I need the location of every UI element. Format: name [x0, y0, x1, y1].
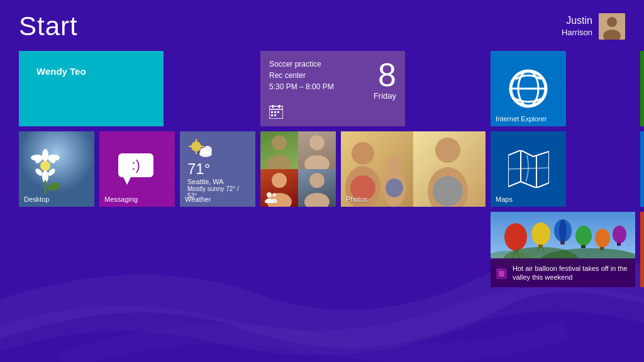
svg-rect-38 [260, 131, 298, 169]
calendar-icon [269, 105, 283, 119]
svg-point-50 [272, 193, 276, 197]
svg-point-62 [433, 176, 463, 206]
ie-label: Internet Explorer [496, 115, 547, 123]
weather-label: Weather [185, 195, 211, 203]
calendar-event: Soccer practice [269, 58, 334, 70]
col-2: Soccer practice Rec center 5:30 PM – 8:0… [260, 51, 486, 287]
svg-point-83 [575, 226, 592, 246]
tile-calendar[interactable]: Soccer practice Rec center 5:30 PM – 8:0… [260, 51, 405, 126]
people-icon [264, 192, 278, 203]
svg-rect-84 [581, 245, 586, 248]
people-photo-4 [298, 169, 336, 207]
tile-messaging[interactable]: :) Messaging [99, 131, 175, 207]
svg-point-46 [309, 173, 325, 188]
weather-temp: 71° [187, 160, 248, 178]
user-profile[interactable]: Justin Harrison [562, 13, 625, 40]
tile-ie[interactable]: Internet Explorer [491, 51, 566, 126]
col-4: Store SkyDrive Music [640, 51, 644, 287]
svg-point-56 [387, 155, 402, 170]
news-headline: Hot air balloon festival takes off in th… [513, 264, 630, 282]
svg-rect-31 [274, 111, 276, 113]
tile-maps[interactable]: Maps [491, 131, 566, 207]
svg-point-58 [435, 138, 460, 163]
photos-label: Photos [346, 195, 367, 203]
svg-rect-88 [617, 243, 621, 246]
weather-icon-row [187, 138, 248, 158]
weather-icon [187, 138, 213, 158]
tile-people[interactable] [260, 131, 336, 207]
svg-point-51 [271, 199, 277, 203]
svg-rect-33 [271, 114, 273, 116]
calendar-time: 5:30 PM – 8:00 PM [269, 81, 334, 92]
maps-icon [508, 150, 549, 188]
ie-icon [506, 67, 550, 111]
people-photo-2 [298, 131, 336, 169]
messaging-icon: :) [118, 153, 156, 185]
calendar-date: 8 [374, 58, 396, 91]
svg-point-25 [199, 151, 212, 157]
news-bar: ▣ Hot air balloon festival takes off in … [491, 258, 635, 287]
people-photo-1 [260, 131, 298, 169]
tile-family-photo[interactable]: Photos [341, 131, 486, 207]
col-1: Wendy Teo RE: Dinner tonight? Sounds goo… [19, 51, 255, 287]
avatar [599, 13, 625, 40]
mail-from: Wendy Teo [28, 58, 164, 126]
tile-skydrive[interactable]: SkyDrive [640, 131, 644, 207]
svg-point-4 [40, 161, 50, 171]
page-title: Start [19, 11, 78, 41]
svg-rect-30 [271, 111, 273, 113]
tile-weather[interactable]: 71° Seattle, WA Mostly sunny 72° / 53° W… [180, 131, 255, 207]
tiles-grid: Wendy Teo RE: Dinner tonight? Sounds goo… [0, 51, 644, 287]
svg-rect-32 [277, 111, 279, 113]
svg-point-48 [267, 192, 272, 197]
news-icon: ▣ [496, 265, 508, 280]
calendar-location: Rec center [269, 70, 334, 81]
tile-store[interactable]: Store [640, 51, 644, 126]
svg-point-81 [559, 219, 567, 242]
tile-balloon-news[interactable]: ▶ ▣ Hot air balloon festival takes off i… [491, 212, 635, 287]
user-name: Justin Harrison [562, 14, 592, 38]
svg-point-85 [595, 229, 610, 248]
desktop-label: Desktop [24, 195, 49, 203]
tile-desktop[interactable]: Desktop [19, 131, 94, 207]
svg-rect-34 [274, 114, 276, 116]
svg-point-1 [607, 17, 617, 27]
calendar-day: Friday [374, 91, 396, 101]
svg-point-61 [386, 178, 403, 197]
svg-point-54 [352, 142, 374, 165]
svg-point-40 [309, 135, 325, 150]
weather-city: Seattle, WA [187, 178, 248, 185]
svg-marker-16 [123, 177, 131, 185]
messaging-label: Messaging [104, 195, 138, 203]
tile-mail[interactable]: Wendy Teo RE: Dinner tonight? Sounds goo… [19, 51, 164, 126]
tile-music[interactable]: Music [640, 212, 644, 287]
svg-point-87 [613, 226, 626, 243]
svg-point-18 [191, 141, 201, 151]
svg-point-76 [531, 222, 550, 245]
header: Start Justin Harrison [0, 0, 644, 48]
svg-point-72 [504, 223, 527, 251]
svg-rect-82 [560, 241, 565, 244]
col-3: Internet Explorer Maps [491, 51, 635, 287]
maps-label: Maps [496, 195, 513, 203]
svg-point-43 [272, 173, 287, 188]
svg-text::): :) [131, 157, 140, 173]
svg-point-5 [42, 149, 48, 162]
